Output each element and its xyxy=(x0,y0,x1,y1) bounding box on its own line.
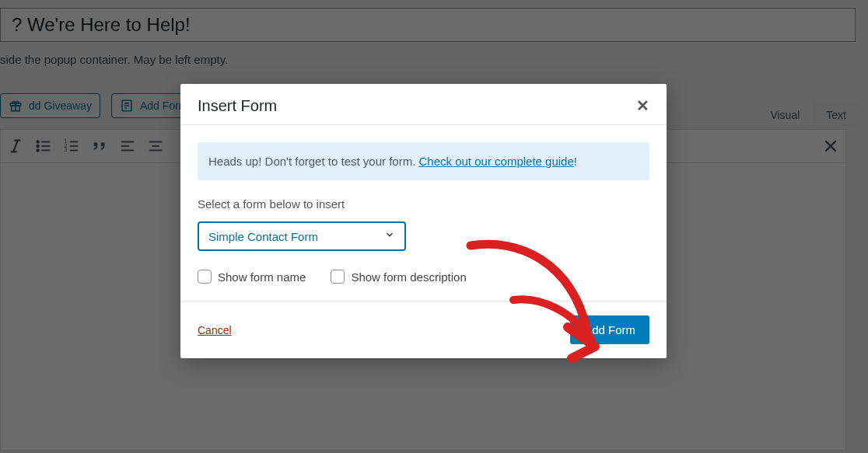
modal-body: Heads up! Don't forget to test your form… xyxy=(180,125,667,301)
modal-title: Insert Form xyxy=(198,97,277,115)
close-button[interactable]: ✕ xyxy=(636,96,649,115)
alert-suffix: ! xyxy=(574,155,577,168)
show-name-label: Show form name xyxy=(218,270,306,284)
show-desc-checkbox-wrap[interactable]: Show form description xyxy=(331,270,466,284)
add-form-button[interactable]: Add Form xyxy=(570,315,649,344)
chevron-down-icon xyxy=(384,229,395,243)
cancel-button[interactable]: Cancel xyxy=(198,324,232,336)
show-name-checkbox-wrap[interactable]: Show form name xyxy=(198,270,306,284)
form-select-dropdown[interactable]: Simple Contact Form xyxy=(198,221,406,251)
insert-form-modal: Insert Form ✕ Heads up! Don't forget to … xyxy=(180,84,667,358)
show-name-checkbox[interactable] xyxy=(198,270,212,284)
show-desc-label: Show form description xyxy=(351,270,466,284)
alert-prefix: Heads up! Don't forget to test your form… xyxy=(208,155,419,168)
checkbox-row: Show form name Show form description xyxy=(198,270,649,284)
alert-link[interactable]: Check out our complete guide xyxy=(419,155,574,168)
close-icon: ✕ xyxy=(636,97,649,114)
alert-box: Heads up! Don't forget to test your form… xyxy=(198,142,649,180)
modal-header: Insert Form ✕ xyxy=(180,84,667,125)
show-desc-checkbox[interactable] xyxy=(331,270,345,284)
select-value: Simple Contact Form xyxy=(208,230,318,243)
select-label: Select a form below to insert xyxy=(198,197,649,211)
modal-footer: Cancel Add Form xyxy=(180,301,667,358)
